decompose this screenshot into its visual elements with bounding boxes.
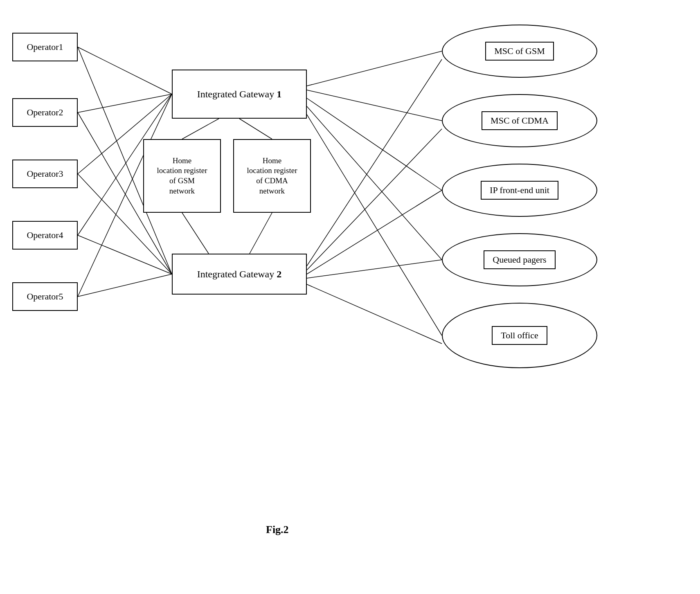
operator5-label: Operator5 [27,291,63,302]
svg-line-7 [78,235,172,274]
msc-cdma-inner-box: MSC of CDMA [482,111,558,130]
svg-line-9 [78,274,172,297]
svg-line-11 [239,119,272,139]
svg-line-18 [307,115,442,335]
svg-line-23 [307,284,442,344]
operator4-box: Operator4 [12,221,78,250]
operator1-label: Operator1 [27,42,63,52]
operator5-box: Operator5 [12,282,78,311]
operator4-label: Operator4 [27,230,63,241]
operator3-label: Operator3 [27,169,63,179]
svg-line-16 [307,98,442,190]
svg-line-2 [78,94,172,112]
svg-line-13 [250,213,272,254]
gateway1-label: Integrated Gateway 1 [197,89,282,100]
diagram: Operator1 Operator2 Operator3 Operator4 … [0,0,700,594]
operator3-box: Operator3 [12,160,78,188]
msc-gsm-ellipse: MSC of GSM [442,25,597,78]
svg-line-19 [307,59,442,266]
ip-front-inner-box: IP front-end unit [481,181,558,200]
svg-line-10 [182,119,219,139]
queued-pagers-inner-box: Queued pagers [484,250,555,269]
svg-line-15 [307,90,442,121]
operator2-label: Operator2 [27,107,63,118]
figure-label: Fig.2 [266,524,289,536]
operator2-box: Operator2 [12,98,78,127]
toll-office-inner-box: Toll office [492,326,547,345]
svg-line-0 [78,47,172,94]
msc-gsm-inner-box: MSC of GSM [485,42,554,61]
hlr-cdma-box: Homelocation registerof CDMAnetwork [233,139,311,213]
gateway2-label: Integrated Gateway 2 [197,269,282,280]
svg-line-17 [307,106,442,260]
msc-gsm-label: MSC of GSM [494,46,545,56]
hlr-cdma-label: Homelocation registerof CDMAnetwork [247,156,297,196]
svg-line-20 [307,129,442,270]
msc-cdma-ellipse: MSC of CDMA [442,94,597,147]
svg-line-14 [307,51,442,86]
hlr-gsm-label: Homelocation registerof GSMnetwork [157,156,207,196]
gateway1-box: Integrated Gateway 1 [172,70,307,119]
connections-svg [0,0,700,594]
queued-pagers-label: Queued pagers [493,254,546,265]
svg-line-21 [307,190,442,274]
svg-line-12 [182,213,209,254]
toll-office-ellipse: Toll office [442,303,597,368]
msc-cdma-label: MSC of CDMA [491,115,549,126]
ip-front-ellipse: IP front-end unit [442,164,597,217]
fig2-text: Fig.2 [266,524,289,536]
gateway2-box: Integrated Gateway 2 [172,254,307,295]
svg-line-22 [307,260,442,278]
toll-office-label: Toll office [501,330,538,340]
hlr-gsm-box: Homelocation registerof GSMnetwork [143,139,221,213]
ip-front-label: IP front-end unit [490,185,549,195]
queued-pagers-ellipse: Queued pagers [442,233,597,286]
operator1-box: Operator1 [12,33,78,61]
